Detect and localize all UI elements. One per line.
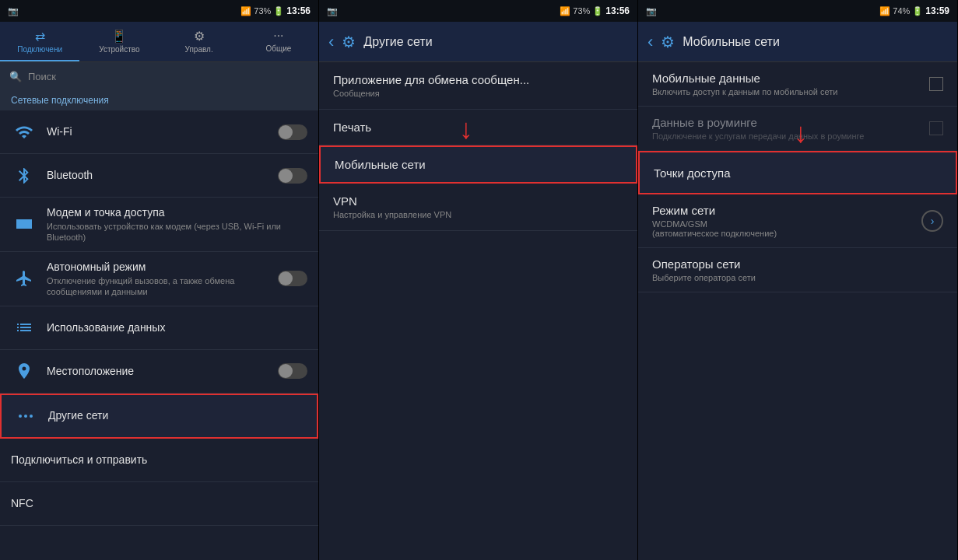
menu-messaging-sub: Сообщения — [333, 89, 623, 98]
p3-operators-title: Операторы сети — [652, 257, 756, 271]
settings-item-other[interactable]: Другие сети — [0, 394, 318, 439]
p3-networkmode-text: Режим сети WCDMA/GSM(автоматическое подк… — [652, 204, 777, 238]
bluetooth-title: Bluetooth — [47, 168, 278, 182]
nfc-text: NFC — [11, 496, 307, 510]
p3-networkmode-title: Режим сети — [652, 204, 777, 217]
tab-bar-1: ⇄ Подключени 📱 Устройство ⚙ Управл. ··· … — [0, 22, 318, 62]
panel-header-2: ‹ ⚙ Другие сети — [319, 22, 637, 62]
p3-mobiledata[interactable]: Мобильные данные Включить доступ к данны… — [638, 62, 957, 107]
svg-point-2 — [30, 415, 33, 418]
back-button-3[interactable]: ‹ — [647, 32, 653, 52]
status-bar-left-2: 📷 — [327, 6, 338, 16]
panel-other-networks: 📷 📶 73% 🔋 13:56 ‹ ⚙ Другие сети Приложен… — [319, 0, 638, 560]
tab-general[interactable]: ··· Общие — [239, 22, 318, 61]
status-bar-3: 📷 📶 74% 🔋 13:59 — [638, 0, 957, 22]
mobiledata-checkbox[interactable] — [929, 77, 943, 91]
p3-accesspoints-title: Точки доступа — [654, 166, 731, 180]
bluetooth-text: Bluetooth — [47, 168, 278, 182]
modem-subtitle: Использовать устройство как модем (через… — [47, 221, 307, 243]
settings-item-modem[interactable]: Модем и точка доступа Использовать устро… — [0, 198, 318, 252]
bluetooth-icon — [11, 163, 37, 189]
general-icon: ··· — [273, 29, 283, 43]
tab-general-label: Общие — [265, 44, 291, 53]
panel-title-3: Мобильные сети — [683, 35, 780, 49]
panel-mobile-networks: 📷 📶 74% 🔋 13:59 ‹ ⚙ Мобильные сети Мобил… — [638, 0, 958, 560]
screenshot-icon-2: 📷 — [327, 6, 338, 16]
menu-mobile-container: Мобильные сети ↓ — [319, 145, 637, 184]
p3-operators[interactable]: Операторы сети Выберите оператора сети — [638, 248, 957, 292]
p3-accesspoints-container: Точки доступа ↓ — [638, 151, 957, 194]
modem-text: Модем и точка доступа Использовать устро… — [47, 205, 307, 243]
search-bar: 🔍 Поиск — [0, 62, 318, 90]
wifi-text: Wi-Fi — [47, 124, 278, 138]
settings-gear-icon-2: ⚙ — [342, 33, 356, 51]
datausage-title: Использование данных — [47, 320, 307, 334]
bluetooth-toggle[interactable] — [278, 168, 307, 184]
status-bar-left-1: 📷 — [8, 6, 19, 16]
airplane-icon — [11, 265, 37, 292]
settings-item-location[interactable]: Местоположение — [0, 350, 318, 394]
p3-accesspoints-text: Точки доступа — [654, 166, 731, 180]
menu-vpn-title: VPN — [333, 194, 623, 208]
tab-manage-label: Управл. — [185, 45, 213, 54]
settings-item-nfc[interactable]: NFC — [0, 482, 318, 526]
location-toggle[interactable] — [278, 363, 307, 379]
menu-mobile[interactable]: Мобильные сети — [319, 145, 637, 184]
red-arrow-2: ↓ — [459, 113, 473, 145]
p3-networkmode[interactable]: Режим сети WCDMA/GSM(автоматическое подк… — [638, 194, 957, 248]
settings-item-connect-send[interactable]: Подключиться и отправить — [0, 439, 318, 482]
status-bar-2: 📷 📶 73% 🔋 13:56 — [319, 0, 637, 22]
tab-connections-label: Подключени — [17, 45, 62, 54]
time-3: 13:59 — [925, 5, 949, 16]
connect-send-text: Подключиться и отправить — [11, 453, 307, 467]
p3-roaming-text: Данные в роуминге Подключение к услугам … — [652, 116, 864, 141]
menu-print[interactable]: Печать — [319, 110, 637, 145]
settings-item-airplane[interactable]: Автономный режим Отключение функций вызо… — [0, 252, 318, 306]
signal-icon-1: 📶 — [240, 6, 251, 16]
status-icons-3: 📶 74% 🔋 13:59 — [879, 5, 949, 16]
menu-vpn-sub: Настройка и управление VPN — [333, 210, 623, 219]
roaming-checkbox[interactable] — [929, 121, 943, 135]
signal-icon-3: 📶 — [879, 6, 890, 16]
nfc-title: NFC — [11, 496, 307, 510]
tab-device[interactable]: 📱 Устройство — [79, 22, 159, 61]
airplane-subtitle: Отключение функций вызовов, а также обме… — [47, 275, 278, 298]
p3-accesspoints[interactable]: Точки доступа — [638, 151, 957, 194]
settings-item-bluetooth[interactable]: Bluetooth — [0, 154, 318, 198]
panel-connections: 📷 📶 73% 🔋 13:56 ⇄ Подключени 📱 Устройств… — [0, 0, 319, 560]
tab-manage[interactable]: ⚙ Управл. — [160, 22, 239, 61]
svg-point-0 — [19, 415, 22, 418]
screenshot-icon-3: 📷 — [646, 6, 657, 16]
search-icon: 🔍 — [9, 71, 22, 82]
svg-point-1 — [24, 415, 27, 418]
wifi-toggle[interactable] — [278, 124, 307, 140]
other-title: Другие сети — [48, 408, 306, 422]
panel-header-3: ‹ ⚙ Мобильные сети — [638, 22, 957, 62]
tab-connections[interactable]: ⇄ Подключени — [0, 22, 79, 61]
p3-mobiledata-title: Мобильные данные — [652, 72, 837, 85]
status-icons-1: 📶 73% 🔋 13:56 — [240, 5, 311, 16]
settings-gear-icon-3: ⚙ — [661, 33, 675, 51]
menu-vpn[interactable]: VPN Настройка и управление VPN — [319, 184, 637, 231]
signal-icon-2: 📶 — [560, 6, 570, 16]
connect-send-title: Подключиться и отправить — [11, 453, 307, 467]
settings-item-wifi[interactable]: Wi-Fi — [0, 110, 318, 154]
location-title: Местоположение — [47, 364, 278, 378]
battery-icon-1: 🔋 — [273, 6, 284, 16]
back-button-2[interactable]: ‹ — [328, 32, 334, 52]
airplane-text: Автономный режим Отключение функций вызо… — [47, 260, 278, 298]
p3-operators-text: Операторы сети Выберите оператора сети — [652, 257, 756, 282]
menu-messaging[interactable]: Приложение для обмена сообщен... Сообщен… — [319, 62, 637, 110]
battery-icon-3: 🔋 — [912, 6, 923, 16]
modem-icon — [11, 211, 37, 237]
settings-item-datausage[interactable]: Использование данных — [0, 306, 318, 350]
p3-mobiledata-text: Мобильные данные Включить доступ к данны… — [652, 72, 837, 96]
battery-text-2: 73% — [573, 6, 590, 16]
time-1: 13:56 — [286, 5, 311, 16]
airplane-toggle[interactable] — [278, 271, 307, 286]
battery-icon-2: 🔋 — [592, 6, 603, 16]
menu-mobile-title: Мобильные сети — [335, 158, 622, 171]
search-placeholder: Поиск — [28, 71, 56, 82]
screenshot-icon-1: 📷 — [8, 6, 19, 16]
wifi-title: Wi-Fi — [47, 124, 278, 138]
